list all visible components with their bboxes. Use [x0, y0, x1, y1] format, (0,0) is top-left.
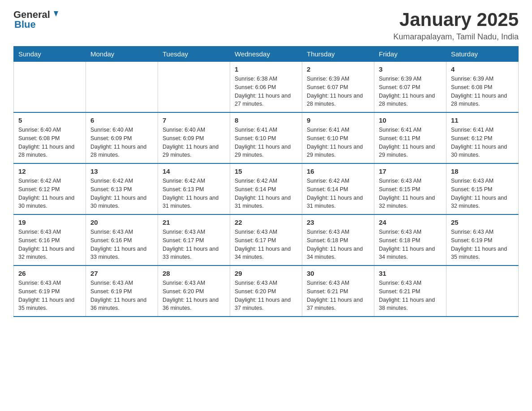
page-header: General Blue January 2025 Kumarapalayam,… [13, 9, 519, 42]
calendar-cell: 5Sunrise: 6:40 AM Sunset: 6:08 PM Daylig… [14, 112, 86, 163]
calendar-cell: 4Sunrise: 6:39 AM Sunset: 6:08 PM Daylig… [446, 62, 519, 113]
day-info: Sunrise: 6:43 AM Sunset: 6:19 PM Dayligh… [18, 279, 81, 313]
calendar-cell: 1Sunrise: 6:38 AM Sunset: 6:06 PM Daylig… [230, 62, 302, 113]
day-number: 8 [235, 116, 297, 124]
calendar-cell: 11Sunrise: 6:41 AM Sunset: 6:12 PM Dayli… [446, 112, 519, 163]
day-number: 5 [18, 116, 81, 124]
day-info: Sunrise: 6:43 AM Sunset: 6:21 PM Dayligh… [379, 279, 442, 313]
day-info: Sunrise: 6:43 AM Sunset: 6:16 PM Dayligh… [18, 228, 81, 261]
day-number: 6 [90, 116, 153, 124]
calendar-cell: 22Sunrise: 6:43 AM Sunset: 6:17 PM Dayli… [230, 214, 302, 265]
day-info: Sunrise: 6:42 AM Sunset: 6:13 PM Dayligh… [163, 177, 225, 210]
calendar-cell [158, 62, 230, 113]
day-info: Sunrise: 6:40 AM Sunset: 6:09 PM Dayligh… [90, 126, 153, 159]
day-number: 13 [90, 167, 153, 175]
calendar-cell: 24Sunrise: 6:43 AM Sunset: 6:18 PM Dayli… [374, 214, 446, 265]
day-number: 9 [307, 116, 369, 124]
day-info: Sunrise: 6:39 AM Sunset: 6:07 PM Dayligh… [379, 75, 442, 108]
day-header-row: Sunday Monday Tuesday Wednesday Thursday… [14, 47, 519, 62]
calendar-week-row: 1Sunrise: 6:38 AM Sunset: 6:06 PM Daylig… [14, 62, 519, 113]
calendar-cell [14, 62, 86, 113]
calendar-cell: 9Sunrise: 6:41 AM Sunset: 6:10 PM Daylig… [302, 112, 374, 163]
day-number: 12 [18, 167, 81, 175]
day-number: 3 [379, 65, 442, 73]
day-number: 27 [90, 270, 153, 277]
calendar-cell: 20Sunrise: 6:43 AM Sunset: 6:16 PM Dayli… [86, 214, 158, 265]
calendar-body: 1Sunrise: 6:38 AM Sunset: 6:06 PM Daylig… [14, 62, 519, 317]
calendar-week-row: 19Sunrise: 6:43 AM Sunset: 6:16 PM Dayli… [14, 214, 519, 265]
day-info: Sunrise: 6:43 AM Sunset: 6:21 PM Dayligh… [307, 279, 369, 313]
day-info: Sunrise: 6:43 AM Sunset: 6:19 PM Dayligh… [90, 279, 153, 313]
calendar-week-row: 12Sunrise: 6:42 AM Sunset: 6:12 PM Dayli… [14, 163, 519, 214]
day-info: Sunrise: 6:43 AM Sunset: 6:20 PM Dayligh… [235, 279, 297, 313]
calendar-cell: 19Sunrise: 6:43 AM Sunset: 6:16 PM Dayli… [14, 214, 86, 265]
calendar-cell: 10Sunrise: 6:41 AM Sunset: 6:11 PM Dayli… [374, 112, 446, 163]
day-info: Sunrise: 6:43 AM Sunset: 6:17 PM Dayligh… [163, 228, 225, 261]
calendar-cell [86, 62, 158, 113]
day-info: Sunrise: 6:43 AM Sunset: 6:20 PM Dayligh… [163, 279, 225, 313]
day-number: 24 [379, 218, 442, 226]
header-tuesday: Tuesday [158, 47, 230, 62]
calendar-cell: 12Sunrise: 6:42 AM Sunset: 6:12 PM Dayli… [14, 163, 86, 214]
calendar-header: Sunday Monday Tuesday Wednesday Thursday… [14, 47, 519, 62]
calendar-cell: 27Sunrise: 6:43 AM Sunset: 6:19 PM Dayli… [86, 265, 158, 317]
day-number: 26 [18, 270, 81, 277]
calendar-cell: 3Sunrise: 6:39 AM Sunset: 6:07 PM Daylig… [374, 62, 446, 113]
day-info: Sunrise: 6:41 AM Sunset: 6:10 PM Dayligh… [235, 126, 297, 159]
calendar-cell: 25Sunrise: 6:43 AM Sunset: 6:19 PM Dayli… [446, 214, 519, 265]
calendar-cell: 26Sunrise: 6:43 AM Sunset: 6:19 PM Dayli… [14, 265, 86, 317]
day-number: 28 [163, 270, 225, 277]
day-number: 31 [379, 270, 442, 277]
day-info: Sunrise: 6:43 AM Sunset: 6:16 PM Dayligh… [90, 228, 153, 261]
day-number: 17 [379, 167, 442, 175]
day-info: Sunrise: 6:39 AM Sunset: 6:08 PM Dayligh… [451, 75, 514, 108]
day-number: 22 [235, 218, 297, 226]
calendar-cell: 8Sunrise: 6:41 AM Sunset: 6:10 PM Daylig… [230, 112, 302, 163]
calendar-cell: 18Sunrise: 6:43 AM Sunset: 6:15 PM Dayli… [446, 163, 519, 214]
day-info: Sunrise: 6:39 AM Sunset: 6:07 PM Dayligh… [307, 75, 369, 108]
logo: General Blue [13, 9, 61, 30]
calendar-cell: 23Sunrise: 6:43 AM Sunset: 6:18 PM Dayli… [302, 214, 374, 265]
calendar-cell: 15Sunrise: 6:42 AM Sunset: 6:14 PM Dayli… [230, 163, 302, 214]
calendar-table: Sunday Monday Tuesday Wednesday Thursday… [13, 46, 519, 317]
calendar-cell: 17Sunrise: 6:43 AM Sunset: 6:15 PM Dayli… [374, 163, 446, 214]
day-number: 16 [307, 167, 369, 175]
header-thursday: Thursday [302, 47, 374, 62]
day-info: Sunrise: 6:43 AM Sunset: 6:18 PM Dayligh… [307, 228, 369, 261]
calendar-cell: 30Sunrise: 6:43 AM Sunset: 6:21 PM Dayli… [302, 265, 374, 317]
day-info: Sunrise: 6:42 AM Sunset: 6:14 PM Dayligh… [307, 177, 369, 210]
calendar-week-row: 26Sunrise: 6:43 AM Sunset: 6:19 PM Dayli… [14, 265, 519, 317]
calendar-cell: 16Sunrise: 6:42 AM Sunset: 6:14 PM Dayli… [302, 163, 374, 214]
day-info: Sunrise: 6:42 AM Sunset: 6:12 PM Dayligh… [18, 177, 81, 210]
day-number: 14 [163, 167, 225, 175]
calendar-cell: 29Sunrise: 6:43 AM Sunset: 6:20 PM Dayli… [230, 265, 302, 317]
header-sunday: Sunday [14, 47, 86, 62]
day-info: Sunrise: 6:43 AM Sunset: 6:15 PM Dayligh… [379, 177, 442, 210]
day-info: Sunrise: 6:43 AM Sunset: 6:18 PM Dayligh… [379, 228, 442, 261]
calendar-cell: 21Sunrise: 6:43 AM Sunset: 6:17 PM Dayli… [158, 214, 230, 265]
day-number: 18 [451, 167, 514, 175]
calendar-title: January 2025 [393, 9, 519, 30]
day-number: 25 [451, 218, 514, 226]
day-info: Sunrise: 6:42 AM Sunset: 6:13 PM Dayligh… [90, 177, 153, 210]
calendar-cell [446, 265, 519, 317]
day-info: Sunrise: 6:41 AM Sunset: 6:11 PM Dayligh… [379, 126, 442, 159]
day-info: Sunrise: 6:40 AM Sunset: 6:08 PM Dayligh… [18, 126, 81, 159]
day-number: 11 [451, 116, 514, 124]
day-number: 10 [379, 116, 442, 124]
day-info: Sunrise: 6:38 AM Sunset: 6:06 PM Dayligh… [235, 75, 297, 108]
calendar-cell: 2Sunrise: 6:39 AM Sunset: 6:07 PM Daylig… [302, 62, 374, 113]
day-info: Sunrise: 6:40 AM Sunset: 6:09 PM Dayligh… [163, 126, 225, 159]
header-saturday: Saturday [446, 47, 519, 62]
location: Kumarapalayam, Tamil Nadu, India [393, 32, 519, 42]
header-friday: Friday [374, 47, 446, 62]
header-monday: Monday [86, 47, 158, 62]
day-info: Sunrise: 6:43 AM Sunset: 6:19 PM Dayligh… [451, 228, 514, 261]
title-section: January 2025 Kumarapalayam, Tamil Nadu, … [393, 9, 519, 42]
calendar-cell: 13Sunrise: 6:42 AM Sunset: 6:13 PM Dayli… [86, 163, 158, 214]
day-info: Sunrise: 6:42 AM Sunset: 6:14 PM Dayligh… [235, 177, 297, 210]
day-number: 15 [235, 167, 297, 175]
calendar-cell: 6Sunrise: 6:40 AM Sunset: 6:09 PM Daylig… [86, 112, 158, 163]
calendar-cell: 7Sunrise: 6:40 AM Sunset: 6:09 PM Daylig… [158, 112, 230, 163]
day-info: Sunrise: 6:41 AM Sunset: 6:10 PM Dayligh… [307, 126, 369, 159]
